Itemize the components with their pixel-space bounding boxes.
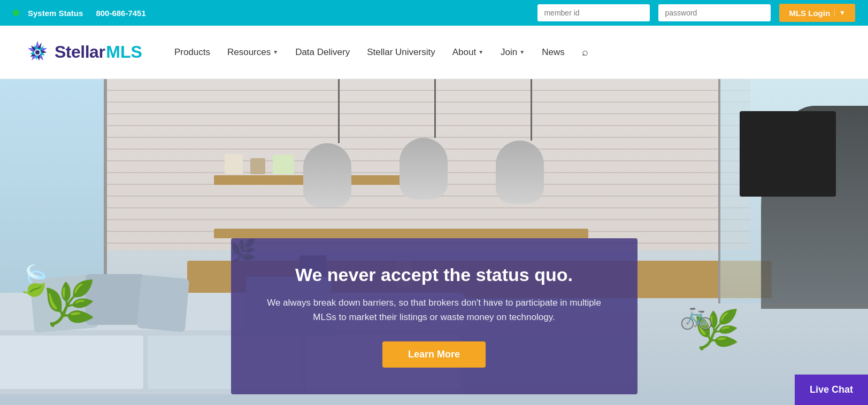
password-input[interactable] — [658, 4, 771, 21]
nav-item-resources[interactable]: Resources ▼ — [227, 47, 278, 58]
login-caret-icon: ▼ — [834, 9, 846, 17]
shelf-items-upper — [225, 154, 294, 174]
resources-caret-icon: ▼ — [273, 49, 278, 55]
tv-screen — [740, 111, 836, 197]
live-chat-button[interactable]: Live Chat — [795, 375, 868, 405]
pillow-3 — [137, 275, 189, 332]
logo-star-icon — [21, 36, 53, 68]
bicycle-icon: 🚲 — [680, 299, 713, 330]
hero-subtitle: We always break down barriers, so that b… — [263, 295, 605, 324]
svg-point-4 — [35, 50, 40, 54]
pendant-3 — [519, 79, 544, 204]
nav-item-products[interactable]: Products — [174, 47, 210, 58]
nav-item-data-delivery[interactable]: Data Delivery — [295, 47, 350, 58]
nav-item-news[interactable]: News — [542, 47, 565, 58]
mls-login-button[interactable]: MLS Login ▼ — [779, 4, 855, 22]
pendant-1 — [326, 79, 351, 207]
about-caret-icon: ▼ — [478, 49, 483, 55]
member-id-input[interactable] — [537, 4, 650, 21]
top-bar: System Status 800-686-7451 MLS Login ▼ — [0, 0, 868, 26]
phone-number: 800-686-7451 — [96, 9, 145, 18]
nav-bar: StellarMLS Products Resources ▼ Data Del… — [0, 26, 868, 79]
nav-links: Products Resources ▼ Data Delivery Stell… — [174, 46, 847, 58]
join-caret-icon: ▼ — [519, 49, 525, 55]
hero-overlay: We never accept the status quo. We alway… — [231, 238, 637, 394]
shelf-lower — [214, 229, 588, 238]
system-status-label: System Status — [28, 9, 83, 18]
nav-item-about[interactable]: About ▼ — [452, 47, 483, 58]
nav-item-stellar-university[interactable]: Stellar University — [367, 47, 435, 58]
hero-section: 🌿 🌿 🍃 🌿 🚲 We never accept — [0, 79, 868, 405]
learn-more-button[interactable]: Learn More — [382, 341, 486, 368]
logo-stellar-text: Stellar — [55, 42, 105, 62]
logo-link[interactable]: StellarMLS — [21, 36, 142, 68]
left-plant-small: 🍃 — [16, 263, 53, 298]
search-icon[interactable]: ⌕ — [582, 46, 588, 58]
logo-mls-text: MLS — [106, 42, 142, 62]
nav-item-join[interactable]: Join ▼ — [501, 47, 525, 58]
status-indicator-icon — [13, 10, 19, 16]
pendant-2 — [423, 79, 448, 199]
hero-title: We never accept the status quo. — [263, 264, 605, 286]
